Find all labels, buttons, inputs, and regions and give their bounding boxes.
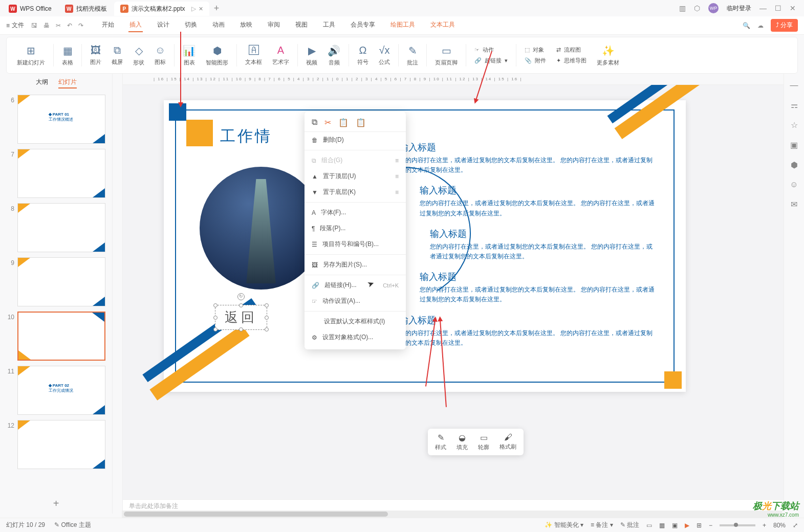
menu-start[interactable]: 开始 (101, 18, 115, 32)
file-menu[interactable]: ≡ 文件 (6, 21, 24, 30)
ribbon-comment[interactable]: ✎批注 (402, 37, 423, 73)
close-window-icon[interactable]: ✕ (790, 4, 796, 12)
ctx-font[interactable]: A字体(F)... (305, 205, 406, 220)
ribbon-image[interactable]: 🖼图片 (85, 37, 106, 73)
ribbon-equation[interactable]: √x公式 (374, 37, 395, 73)
ctx-paragraph[interactable]: ¶段落(P)... (305, 220, 406, 236)
selected-textbox[interactable]: ↻ 返回 (215, 305, 267, 330)
ribbon-new-slide[interactable]: ⊞新建幻灯片 (12, 37, 50, 73)
ribbon-header-footer[interactable]: ▭页眉页脚 (430, 37, 463, 73)
menu-drawing-tools[interactable]: 绘图工具 (389, 18, 416, 32)
close-tab-icon[interactable]: × (199, 5, 203, 13)
preview-icon[interactable]: ✂ (56, 22, 61, 29)
user-avatar[interactable]: WP (708, 3, 719, 13)
ribbon-screenshot[interactable]: ⧉截屏 (106, 37, 128, 73)
beautify-button[interactable]: ✨ 智能美化 ▾ (545, 521, 583, 529)
ctx-paste-icon[interactable]: 📋 (338, 118, 349, 127)
ctx-format-object[interactable]: ⚙设置对象格式(O)... (305, 329, 406, 345)
ctx-bring-front[interactable]: ▲置于顶层(U)≡ (305, 168, 406, 184)
ribbon-icon[interactable]: ☺图标 (149, 37, 171, 73)
tab-template[interactable]: W 找稻壳模板 (59, 2, 113, 16)
save-icon[interactable]: 🖫 (31, 22, 37, 29)
cube-icon[interactable]: ⬡ (694, 4, 700, 12)
tab-home[interactable]: W WPS Office (3, 2, 58, 16)
minimize-icon[interactable]: — (759, 4, 767, 12)
ribbon-textbox[interactable]: 🄰文本框 (240, 37, 267, 73)
ribbon-video[interactable]: ▶视频 (301, 37, 322, 73)
ribbon-wordart[interactable]: A艺术字 (267, 37, 294, 73)
ribbon-object-attach[interactable]: ⬚对象 📎附件 (519, 37, 551, 73)
ribbon-symbol[interactable]: Ω符号 (352, 37, 374, 73)
thumbnail-7[interactable] (17, 149, 105, 198)
slide-stage[interactable]: 工作情 🖥 ⚬ 📈 输入标题您的内容打在这里，或者通过复制您的文本后复制在这里。… (123, 85, 784, 499)
new-tab-button[interactable]: + (214, 3, 220, 14)
thumbnail-8[interactable] (17, 203, 105, 252)
share-button[interactable]: ⤴ 分享 (771, 19, 798, 32)
layout-icon[interactable]: ▥ (679, 4, 686, 12)
maximize-icon[interactable]: ☐ (775, 4, 781, 12)
rail-collapse-icon[interactable]: — (790, 81, 798, 90)
redo-icon[interactable]: ↷ (78, 22, 83, 29)
ctx-copy-icon[interactable]: ⧉ (312, 118, 317, 127)
ctx-send-back[interactable]: ▼置于底层(K)≡ (305, 184, 406, 200)
rail-robot-icon[interactable]: ☺ (790, 180, 798, 189)
menu-slideshow[interactable]: 放映 (239, 18, 253, 32)
ctx-delete[interactable]: 🗑删除(D) (305, 132, 406, 148)
fit-icon[interactable]: ⤢ (793, 522, 798, 529)
slides-tab[interactable]: 幻灯片 (58, 78, 77, 88)
menu-text-tools[interactable]: 文本工具 (429, 18, 456, 32)
thumbnail-11[interactable]: ◆ PART 02工作完成情况 (17, 366, 105, 415)
ctx-bullets[interactable]: ☰项目符号和编号(B)... (305, 236, 406, 252)
ribbon-table[interactable]: ▦表格 (57, 37, 78, 73)
menu-design[interactable]: 设计 (156, 18, 170, 32)
zoom-value[interactable]: 80% (773, 522, 786, 529)
menu-animation[interactable]: 动画 (211, 18, 226, 32)
slideshow-icon[interactable]: ▷ (191, 5, 196, 12)
rotate-handle-icon[interactable]: ↻ (237, 293, 245, 300)
view-slideshow-icon[interactable]: ▶ (685, 522, 689, 529)
menu-insert[interactable]: 插入 (128, 18, 143, 32)
theme-label[interactable]: ✎ Office 主题 (54, 521, 91, 529)
zoom-out-icon[interactable]: − (709, 522, 712, 529)
menu-transition[interactable]: 切换 (184, 18, 198, 32)
ctx-paste-special-icon[interactable]: 📋 (356, 118, 366, 127)
rail-chat-icon[interactable]: ✉ (791, 199, 797, 209)
tab-document[interactable]: P 演示文稿素材2.pptx ▷ × (114, 2, 209, 16)
notes-button[interactable]: ≡ 备注 ▾ (591, 521, 613, 529)
rail-template-icon[interactable]: ▣ (790, 140, 798, 150)
ribbon-audio[interactable]: 🔊音频 (322, 37, 345, 73)
rail-asset-icon[interactable]: ⬢ (791, 160, 798, 170)
view-reading-icon[interactable]: ▣ (672, 522, 678, 529)
zoom-in-icon[interactable]: + (763, 522, 766, 529)
login-label[interactable]: 临时登录 (727, 4, 751, 13)
print-icon[interactable]: 🖶 (44, 22, 50, 29)
cloud-icon[interactable]: ☁ (757, 22, 764, 29)
ctx-hyperlink[interactable]: 🔗超链接(H)...Ctrl+K (305, 277, 406, 293)
add-slide-button[interactable]: + (0, 494, 112, 514)
horizontal-scrollbar[interactable] (122, 511, 783, 518)
undo-icon[interactable]: ↶ (67, 22, 72, 29)
slide-canvas[interactable]: 工作情 🖥 ⚬ 📈 输入标题您的内容打在这里，或者通过复制您的文本后复制在这里。… (164, 100, 686, 392)
thumbnail-10[interactable] (17, 312, 105, 361)
ctx-default-textbox[interactable]: 设置默认文本框样式(I) (305, 314, 406, 329)
ribbon-flowchart-mindmap[interactable]: ⇄流程图 ✦思维导图 (551, 37, 592, 73)
float-format-painter[interactable]: 🖌格式刷 (494, 432, 521, 452)
ctx-save-as-image[interactable]: 🖼另存为图片(S)... (305, 257, 406, 273)
ribbon-more-assets[interactable]: ✨更多素材 (592, 37, 624, 73)
thumbnail-9[interactable] (17, 257, 105, 306)
float-outline[interactable]: ▭轮廓 (473, 432, 494, 452)
comments-button[interactable]: ✎ 批注 (620, 521, 639, 529)
view-grid-icon[interactable]: ⊞ (697, 522, 702, 529)
outline-tab[interactable]: 大纲 (36, 78, 48, 88)
thumbnail-12[interactable] (17, 420, 105, 469)
ctx-action-settings[interactable]: ☞动作设置(A)... (305, 293, 406, 309)
float-fill[interactable]: ◒填充 (451, 432, 473, 452)
menu-tools[interactable]: 工具 (322, 18, 336, 32)
rail-settings-icon[interactable]: ⚎ (791, 100, 798, 110)
view-sorter-icon[interactable]: ▦ (659, 522, 665, 529)
thumbnail-6[interactable]: ◆ PART 01工作情况概述 (17, 95, 105, 144)
float-style[interactable]: ✎样式 (430, 432, 451, 452)
ribbon-action-hyperlink[interactable]: ☞动作 🔗超链接 ▾ (469, 37, 513, 73)
menu-review[interactable]: 审阅 (267, 18, 281, 32)
zoom-slider[interactable] (720, 524, 755, 526)
